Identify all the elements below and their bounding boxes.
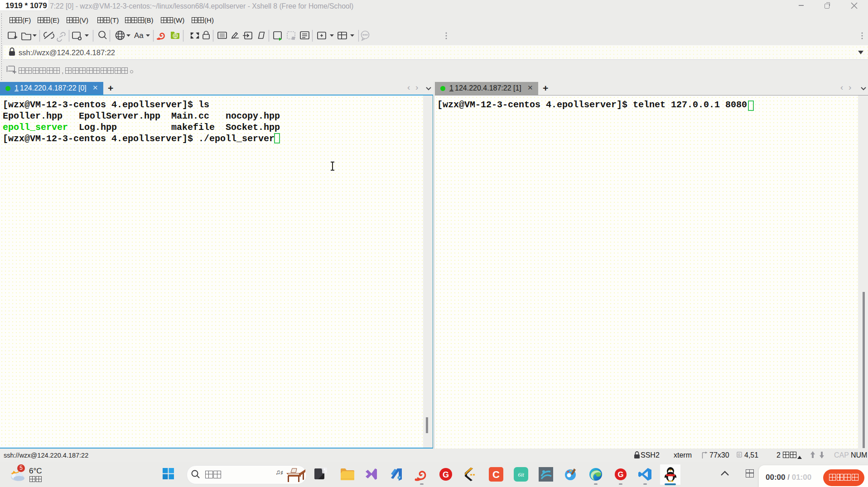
svg-text:G: G xyxy=(617,470,623,479)
svg-text:0: 0 xyxy=(738,453,740,457)
svg-text:C: C xyxy=(492,469,500,480)
svg-text:G: G xyxy=(443,470,449,479)
svg-text:6it: 6it xyxy=(518,471,524,478)
svg-text:Aa: Aa xyxy=(134,31,144,40)
